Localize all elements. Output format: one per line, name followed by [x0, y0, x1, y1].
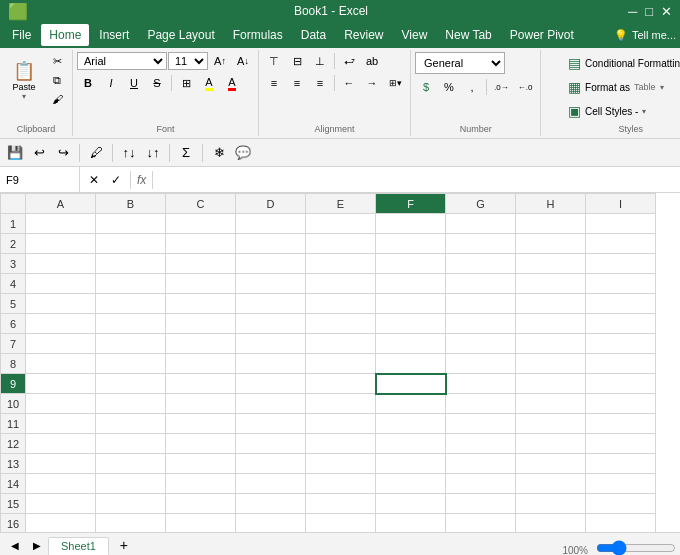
cell-b8[interactable]	[96, 354, 166, 374]
align-right-button[interactable]: ≡	[309, 74, 331, 92]
cell-b2[interactable]	[96, 234, 166, 254]
cell-e9[interactable]	[306, 374, 376, 394]
cell-e5[interactable]	[306, 294, 376, 314]
cell-b6[interactable]	[96, 314, 166, 334]
cell-b3[interactable]	[96, 254, 166, 274]
row-header-8[interactable]: 8	[1, 354, 26, 374]
cell-a4[interactable]	[26, 274, 96, 294]
cell-i15[interactable]	[586, 494, 656, 514]
col-header-h[interactable]: H	[516, 194, 586, 214]
row-header-3[interactable]: 3	[1, 254, 26, 274]
cell-i2[interactable]	[586, 234, 656, 254]
increase-font-button[interactable]: A↑	[209, 52, 231, 70]
paste-button[interactable]: 📋 Paste ▾	[4, 52, 44, 110]
cell-c2[interactable]	[166, 234, 236, 254]
cell-d8[interactable]	[236, 354, 306, 374]
cell-g15[interactable]	[446, 494, 516, 514]
cell-i12[interactable]	[586, 434, 656, 454]
cell-a1[interactable]	[26, 214, 96, 234]
cell-f7[interactable]	[376, 334, 446, 354]
cell-g2[interactable]	[446, 234, 516, 254]
freeze-button[interactable]: ❄	[208, 142, 230, 164]
cell-g9[interactable]	[446, 374, 516, 394]
row-header-11[interactable]: 11	[1, 414, 26, 434]
menu-formulas[interactable]: Formulas	[225, 24, 291, 46]
currency-button[interactable]: $	[415, 78, 437, 96]
cell-i14[interactable]	[586, 474, 656, 494]
cell-f6[interactable]	[376, 314, 446, 334]
cell-a5[interactable]	[26, 294, 96, 314]
cell-c10[interactable]	[166, 394, 236, 414]
cell-e10[interactable]	[306, 394, 376, 414]
align-top-button[interactable]: ⊤	[263, 52, 285, 70]
col-header-d[interactable]: D	[236, 194, 306, 214]
row-header-13[interactable]: 13	[1, 454, 26, 474]
cell-a16[interactable]	[26, 514, 96, 533]
align-middle-button[interactable]: ⊟	[286, 52, 308, 70]
cell-a6[interactable]	[26, 314, 96, 334]
indent-decrease-button[interactable]: ←	[338, 74, 360, 92]
cell-a12[interactable]	[26, 434, 96, 454]
underline-button[interactable]: U	[123, 74, 145, 92]
cell-b16[interactable]	[96, 514, 166, 533]
orientation-button[interactable]: ab	[361, 52, 383, 70]
cell-b15[interactable]	[96, 494, 166, 514]
cell-b9[interactable]	[96, 374, 166, 394]
cell-e14[interactable]	[306, 474, 376, 494]
cell-c13[interactable]	[166, 454, 236, 474]
cell-d15[interactable]	[236, 494, 306, 514]
confirm-button[interactable]: ✓	[106, 170, 126, 190]
cell-i1[interactable]	[586, 214, 656, 234]
cell-d16[interactable]	[236, 514, 306, 533]
undo-quick-button[interactable]: ↩	[28, 142, 50, 164]
cell-c5[interactable]	[166, 294, 236, 314]
cell-d5[interactable]	[236, 294, 306, 314]
cut-button[interactable]: ✂	[46, 52, 68, 70]
menu-powerpivot[interactable]: Power Pivot	[502, 24, 582, 46]
cell-a2[interactable]	[26, 234, 96, 254]
sheet-nav-left[interactable]: ◀	[4, 534, 26, 555]
cell-e12[interactable]	[306, 434, 376, 454]
cell-a8[interactable]	[26, 354, 96, 374]
sum-button[interactable]: Σ	[175, 142, 197, 164]
cell-styles-button[interactable]: ▣ Cell Styles - ▾	[563, 100, 651, 122]
cell-i5[interactable]	[586, 294, 656, 314]
save-quick-button[interactable]: 💾	[4, 142, 26, 164]
cell-c6[interactable]	[166, 314, 236, 334]
cell-i11[interactable]	[586, 414, 656, 434]
paste-dropdown[interactable]: ▾	[22, 92, 26, 101]
row-header-14[interactable]: 14	[1, 474, 26, 494]
cell-g10[interactable]	[446, 394, 516, 414]
cell-e7[interactable]	[306, 334, 376, 354]
cell-g13[interactable]	[446, 454, 516, 474]
menu-view[interactable]: View	[394, 24, 436, 46]
cell-b13[interactable]	[96, 454, 166, 474]
cell-e16[interactable]	[306, 514, 376, 533]
cell-c12[interactable]	[166, 434, 236, 454]
merge-center-button[interactable]: ⊞▾	[384, 74, 406, 92]
cell-e3[interactable]	[306, 254, 376, 274]
row-header-6[interactable]: 6	[1, 314, 26, 334]
cell-f15[interactable]	[376, 494, 446, 514]
cell-e2[interactable]	[306, 234, 376, 254]
cell-h4[interactable]	[516, 274, 586, 294]
cell-e15[interactable]	[306, 494, 376, 514]
menu-pagelayout[interactable]: Page Layout	[139, 24, 222, 46]
cell-h11[interactable]	[516, 414, 586, 434]
cell-g3[interactable]	[446, 254, 516, 274]
comma-button[interactable]: ,	[461, 78, 483, 96]
row-header-10[interactable]: 10	[1, 394, 26, 414]
indent-increase-button[interactable]: →	[361, 74, 383, 92]
cell-c11[interactable]	[166, 414, 236, 434]
align-left-button[interactable]: ≡	[263, 74, 285, 92]
maximize-icon[interactable]: □	[645, 4, 653, 19]
cell-c8[interactable]	[166, 354, 236, 374]
cell-i6[interactable]	[586, 314, 656, 334]
cell-e13[interactable]	[306, 454, 376, 474]
col-header-a[interactable]: A	[26, 194, 96, 214]
row-header-1[interactable]: 1	[1, 214, 26, 234]
cancel-button[interactable]: ✕	[84, 170, 104, 190]
cell-i3[interactable]	[586, 254, 656, 274]
cell-h8[interactable]	[516, 354, 586, 374]
borders-button[interactable]: ⊞	[175, 74, 197, 92]
